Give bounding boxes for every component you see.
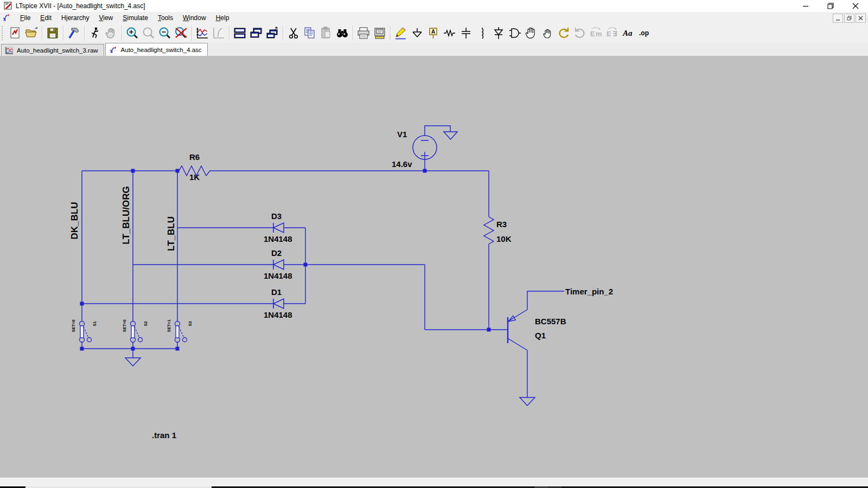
component-value[interactable]: 1N4148 <box>264 271 292 280</box>
component-ref[interactable]: S3 <box>188 321 193 326</box>
wires[interactable] <box>82 126 564 397</box>
component-value[interactable]: 1N4148 <box>264 310 292 319</box>
menu-window[interactable]: Window <box>178 13 211 23</box>
label-part: iew <box>103 14 113 22</box>
svg-text:m: m <box>596 30 602 38</box>
text-button[interactable]: Aa <box>621 25 637 41</box>
polarity-marks <box>421 140 429 159</box>
label-part: H <box>61 14 66 22</box>
component-ref[interactable]: S2 <box>143 321 148 326</box>
halt-button[interactable] <box>103 25 119 41</box>
mirror-button[interactable]: Em <box>588 25 604 41</box>
menu-file[interactable]: File <box>15 13 35 23</box>
net-label-lt-blu[interactable]: LT_BLU <box>166 216 176 251</box>
window-close-button[interactable] <box>843 0 868 12</box>
zoom-area-button[interactable] <box>141 25 157 41</box>
component-v1[interactable]: V1 14.6v <box>392 130 437 169</box>
menu-tools[interactable]: Tools <box>153 13 178 23</box>
zoom-in-icon <box>125 26 139 40</box>
paste-button[interactable] <box>318 25 334 41</box>
component-ref[interactable]: R3 <box>496 220 507 229</box>
component-ref[interactable]: D1 <box>271 287 282 297</box>
text-tool-icon: Aa <box>622 26 636 40</box>
place-inductor-button[interactable] <box>474 25 490 41</box>
drag-button[interactable] <box>539 25 556 41</box>
place-diode-button[interactable] <box>490 25 507 41</box>
component-value[interactable]: BC557B <box>535 317 566 326</box>
open-file-button[interactable] <box>23 25 40 41</box>
window-restore-button[interactable] <box>818 0 843 12</box>
place-resistor-button[interactable] <box>442 25 458 41</box>
component-q1[interactable]: BC557B Q1 <box>508 316 566 343</box>
menu-help[interactable]: Help <box>211 13 234 23</box>
cut-button[interactable] <box>285 25 302 41</box>
tile-horizontal-button[interactable] <box>232 25 248 41</box>
cascade-windows-button[interactable] <box>264 25 280 41</box>
save-button[interactable] <box>44 25 61 41</box>
component-ref[interactable]: S1 <box>92 321 97 326</box>
move-button[interactable] <box>523 25 539 41</box>
menu-simulate[interactable]: Simulate <box>118 13 153 23</box>
inductor-icon <box>475 26 489 40</box>
undo-button[interactable] <box>556 25 572 41</box>
plot-settings-button[interactable] <box>210 25 227 41</box>
cut-icon <box>286 26 301 40</box>
zoom-fit-button[interactable] <box>173 25 189 41</box>
autorange-plot-icon <box>195 26 209 40</box>
component-value[interactable]: 1K <box>189 172 200 182</box>
component-ref[interactable]: V1 <box>397 130 407 139</box>
component-value[interactable]: 10K <box>496 234 512 243</box>
new-schematic-button[interactable] <box>7 25 23 41</box>
component-ref[interactable]: D3 <box>271 211 282 221</box>
tab-waveform[interactable]: Auto_headlight_switch_3.raw <box>1 44 104 56</box>
component-ref[interactable]: R6 <box>189 152 200 162</box>
autorange-button[interactable] <box>194 25 210 41</box>
label-part: elp <box>220 14 229 22</box>
mdi-restore-button[interactable] <box>844 14 854 23</box>
print-preview-button[interactable] <box>372 25 388 41</box>
tab-schematic[interactable]: Auto_headlight_switch_4.asc <box>105 43 208 56</box>
component-r3[interactable]: R3 10K <box>484 217 512 244</box>
zoom-in-button[interactable] <box>124 25 141 41</box>
component-s3[interactable]: SET=1 S3 <box>167 319 193 342</box>
control-panel-button[interactable] <box>66 25 82 41</box>
menu-view[interactable]: View <box>94 13 118 23</box>
menu-hierarchy[interactable]: Hierarchy <box>56 13 94 23</box>
diode-triangle <box>273 223 284 233</box>
rotate-button[interactable]: E∃ <box>604 25 621 41</box>
net-label-dk-blu[interactable]: DK_BLU <box>69 202 80 240</box>
zoom-out-button[interactable] <box>157 25 173 41</box>
mdi-close-button[interactable] <box>856 14 866 23</box>
net-label-timer-pin-2[interactable]: Timer_pin_2 <box>565 287 613 296</box>
spice-directive-button[interactable]: .op <box>637 25 653 41</box>
place-component-button[interactable] <box>507 25 523 41</box>
component-r6[interactable]: R6 1K <box>179 152 213 182</box>
schematic-canvas[interactable]: V1 14.6v R6 1K R3 10K D3 1N4148 <box>0 56 868 477</box>
find-button[interactable] <box>334 25 350 41</box>
component-ref[interactable]: Q1 <box>535 331 546 340</box>
window-minimize-button[interactable] <box>793 0 818 12</box>
mdi-minimize-button[interactable] <box>833 14 843 23</box>
component-s1[interactable]: SET=0 S1 <box>71 319 97 342</box>
component-ref[interactable]: D2 <box>271 248 282 258</box>
place-capacitor-button[interactable] <box>458 25 474 41</box>
zoom-area-icon <box>142 26 156 40</box>
copy-button[interactable] <box>302 25 318 41</box>
place-ground-button[interactable] <box>409 25 425 41</box>
switch-param[interactable]: SET=0 <box>71 319 76 332</box>
component-s2[interactable]: SET=0 S2 <box>122 319 148 342</box>
switch-param[interactable]: SET=1 <box>167 319 171 332</box>
tile-vertical-button[interactable] <box>248 25 264 41</box>
logic-gate-icon <box>508 26 522 40</box>
net-label-lt-blu-org[interactable]: LT_BLU/ORG <box>121 186 131 244</box>
spice-directive-text[interactable]: .tran 1 <box>152 431 176 440</box>
redo-button[interactable] <box>572 25 588 41</box>
component-value[interactable]: 14.6v <box>392 159 412 169</box>
switch-param[interactable]: SET=0 <box>122 319 127 332</box>
place-label-button[interactable]: A <box>425 25 442 41</box>
menu-edit[interactable]: Edit <box>35 13 56 23</box>
draw-wire-button[interactable] <box>393 25 409 41</box>
print-button[interactable] <box>355 25 372 41</box>
run-button[interactable] <box>87 25 103 41</box>
component-value[interactable]: 1N4148 <box>264 234 292 243</box>
